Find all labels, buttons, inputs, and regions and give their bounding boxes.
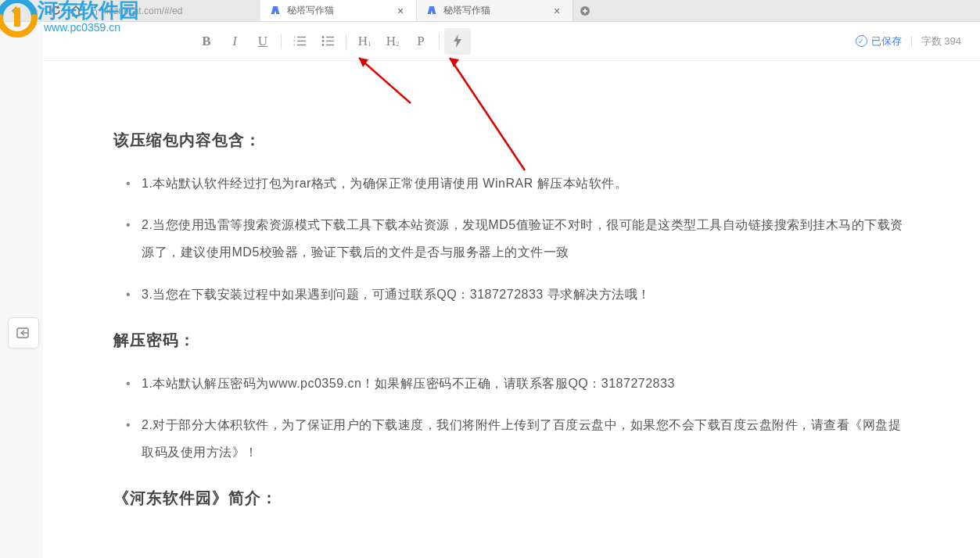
list-item: 2.对于部分大体积软件，为了保证用户的下载速度，我们将附件上传到了百度云盘中，如… (142, 411, 910, 466)
close-icon[interactable]: × (551, 5, 563, 17)
italic-button[interactable]: I (221, 28, 248, 55)
tab-title: 秘塔写作猫 (443, 4, 544, 17)
format-toolbar: B I U 123 H1 H2 P (43, 22, 980, 61)
saved-indicator: ✓ 已保存 (856, 34, 902, 48)
tab-favicon (270, 5, 281, 16)
list-2: 1.本站默认解压密码为www.pc0359.cn！如果解压密码不正确，请联系客服… (113, 370, 910, 467)
editor-panel: B I U 123 H1 H2 P (43, 22, 980, 558)
url-text: xiezuocat.com/#/ed (102, 5, 182, 16)
toolbar-status: ✓ 已保存 字数 394 (856, 34, 961, 48)
document-content[interactable]: 该压缩包内容包含： 1.本站默认软件经过打包为rar格式，为确保正常使用请使用 … (43, 61, 980, 558)
separator (281, 34, 282, 49)
paragraph-button[interactable]: P (407, 28, 434, 55)
list-item: 3.当您在下载安装过程中如果遇到问题，可通过联系QQ：3187272833 寻求… (142, 281, 910, 308)
add-tab-button[interactable] (573, 0, 597, 21)
tab-1[interactable]: 秘塔写作猫 × (260, 0, 417, 21)
lock-icon (89, 6, 99, 16)
forward-icon[interactable] (28, 4, 42, 18)
tab-title: 秘塔写作猫 (287, 4, 388, 17)
svg-point-15 (321, 40, 324, 42)
format-buttons: B I U 123 H1 H2 P (193, 28, 471, 55)
list-1: 1.本站默认软件经过打包为rar格式，为确保正常使用请使用 WinRAR 解压本… (113, 170, 910, 308)
close-icon[interactable]: × (394, 5, 407, 17)
h2-button[interactable]: H2 (379, 28, 406, 55)
unordered-list-button[interactable] (314, 28, 341, 55)
saved-label: 已保存 (871, 34, 902, 48)
divider (911, 36, 912, 47)
separator (346, 34, 346, 49)
back-icon[interactable] (8, 4, 22, 18)
word-count: 字数 394 (921, 34, 961, 48)
list-item: 1.本站默认软件经过打包为rar格式，为确保正常使用请使用 WinRAR 解压本… (142, 170, 910, 197)
tab-favicon (426, 5, 437, 16)
tab-2[interactable]: 秘塔写作猫 × (417, 0, 573, 21)
h1-button[interactable]: H1 (351, 28, 378, 55)
left-gutter (0, 22, 43, 558)
list-item: 2.当您使用迅雷等搜索资源模式下载工具下载本站资源，发现MD5值验证不对时，很可… (142, 211, 910, 266)
browser-nav: xiezuocat.com/#/ed (0, 0, 260, 21)
browser-chrome: xiezuocat.com/#/ed 秘塔写作猫 × 秘塔写作猫 × (0, 0, 980, 22)
address-bar[interactable]: xiezuocat.com/#/ed (89, 5, 182, 16)
heading-2: 解压密码： (113, 330, 910, 351)
svg-point-13 (321, 36, 324, 38)
separator (439, 34, 440, 49)
check-icon: ✓ (856, 35, 867, 47)
svg-rect-0 (92, 10, 97, 15)
home-icon[interactable] (69, 4, 83, 18)
ordered-list-button[interactable]: 123 (286, 28, 313, 55)
svg-text:3: 3 (293, 43, 296, 47)
underline-button[interactable]: U (249, 28, 276, 55)
tabs-bar: 秘塔写作猫 × 秘塔写作猫 × (260, 0, 980, 21)
list-item: 1.本站默认解压密码为www.pc0359.cn！如果解压密码不正确，请联系客服… (142, 370, 910, 397)
bold-button[interactable]: B (193, 28, 220, 55)
svg-point-17 (321, 44, 324, 46)
heading-1: 该压缩包内容包含： (113, 130, 910, 151)
heading-3: 《河东软件园》简介： (113, 488, 910, 509)
editor-container: B I U 123 H1 H2 P (0, 22, 980, 558)
reload-icon[interactable] (48, 4, 63, 18)
lightning-button[interactable] (444, 28, 471, 55)
collapse-button[interactable] (8, 317, 39, 349)
